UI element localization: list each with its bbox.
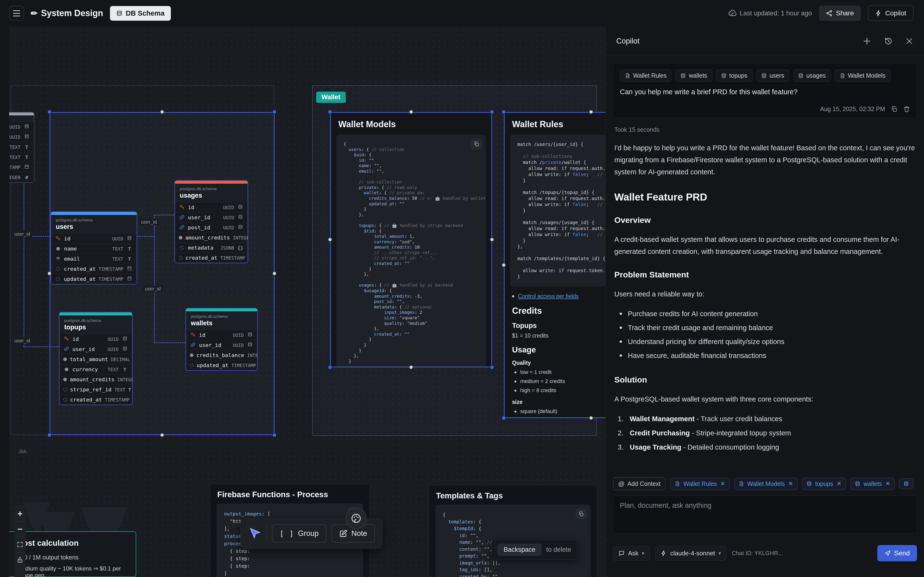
- wallet-rules-panel[interactable]: Wallet Rulesmatch /users/{user_id} { // …: [504, 112, 606, 418]
- schema-table-topups[interactable]: postgres.db.schematopups id UUID user_id…: [59, 312, 132, 405]
- copy-icon[interactable]: [891, 106, 898, 113]
- selection-handle[interactable]: [272, 110, 276, 114]
- style-palette-button[interactable]: [346, 508, 367, 529]
- context-chip-usages[interactable]: usages: [793, 69, 831, 82]
- schema-table-users[interactable]: postgres.db.schemausers id UUID name TEX…: [50, 211, 137, 284]
- copilot-button[interactable]: Copilot: [868, 5, 913, 21]
- selection-handle[interactable]: [160, 433, 164, 437]
- code-block[interactable]: match /users/{user_id} { // sub-collecti…: [510, 135, 606, 286]
- control-access-link[interactable]: Control access per fields: [518, 293, 579, 300]
- remove-chip-icon[interactable]: ✕: [885, 480, 890, 487]
- selection-handle[interactable]: [490, 237, 494, 242]
- selection-handle[interactable]: [409, 365, 413, 369]
- selection-handle[interactable]: [490, 365, 494, 369]
- selection-handle[interactable]: [328, 365, 332, 369]
- table-column-currency[interactable]: currency TEXT T: [60, 364, 132, 374]
- table-column-TEXT[interactable]: TEXT T: [9, 142, 34, 152]
- table-column-UUID[interactable]: UUID: [9, 122, 34, 132]
- selection-handle[interactable]: [589, 416, 593, 420]
- zoom-out-button[interactable]: −: [15, 523, 26, 536]
- selection-handle[interactable]: [47, 433, 52, 437]
- selection-handle[interactable]: [47, 271, 52, 276]
- remove-chip-icon[interactable]: ✕: [788, 480, 793, 487]
- remove-chip-icon[interactable]: ✕: [720, 480, 725, 487]
- table-column-amount_credits[interactable]: amount_credits INTEGER #: [175, 232, 247, 243]
- wallet-models-panel[interactable]: Wallet Models{ users: { // collection $u…: [330, 112, 492, 367]
- table-column-total_amount[interactable]: total_amount DECIMAL: [60, 354, 132, 364]
- chat-scroll-area[interactable]: Wallet RuleswalletstopupsusersusagesWall…: [606, 56, 924, 472]
- code-block[interactable]: { users: { // collection $uid: { id: "" …: [336, 135, 486, 367]
- history-icon[interactable]: [884, 37, 893, 45]
- table-column-id[interactable]: id UUID: [186, 330, 257, 340]
- table-column-user_id[interactable]: user_id UUID: [60, 344, 132, 354]
- schema-table-usages[interactable]: postgres.db.schemausages id UUID user_id…: [174, 180, 248, 263]
- context-chip-wallets[interactable]: wallets✕: [850, 478, 895, 490]
- table-column-id[interactable]: id UUID: [51, 234, 137, 243]
- table-column-TEXT[interactable]: TEXT T: [9, 152, 34, 162]
- selection-handle[interactable]: [490, 110, 494, 114]
- schema-table-partial[interactable]: UUID UUID TEXT T TEXT T TIMESTAMP INTEGE…: [9, 112, 34, 183]
- table-column-name[interactable]: name TEXT T: [51, 243, 137, 254]
- selection-handle[interactable]: [502, 416, 506, 420]
- context-chip-Wallet Models[interactable]: Wallet Models: [835, 69, 890, 82]
- table-column-id[interactable]: id UUID: [175, 202, 247, 212]
- share-button[interactable]: Share: [819, 5, 861, 21]
- zoom-in-button[interactable]: +: [15, 507, 26, 520]
- table-column-metadata[interactable]: metadata JSONB {}: [175, 243, 247, 253]
- table-column-created_at[interactable]: created_at TIMESTAMP: [175, 253, 247, 263]
- selection-handle[interactable]: [589, 110, 593, 114]
- table-column-updated_at[interactable]: updated_at TIMESTAMP: [51, 274, 137, 284]
- remove-chip-icon[interactable]: ✕: [837, 480, 842, 487]
- diagram-canvas[interactable]: Walletuser_iduser_iduser_iduser_id UUID …: [9, 26, 606, 577]
- table-column-created_at[interactable]: created_at TIMESTAMP: [51, 264, 137, 274]
- context-chip-wallets[interactable]: wallets: [675, 69, 712, 82]
- new-chat-icon[interactable]: [863, 37, 872, 46]
- wallet-frame-label[interactable]: Wallet: [316, 92, 346, 103]
- table-column-id[interactable]: id UUID: [60, 334, 132, 344]
- fit-view-button[interactable]: [15, 538, 26, 551]
- model-select[interactable]: claude-4-sonnet ▾: [655, 546, 727, 561]
- table-column-TIMESTAMP[interactable]: TIMESTAMP: [9, 162, 34, 172]
- tab-db-schema[interactable]: DB Schema: [110, 6, 171, 21]
- context-chip-topups[interactable]: topups✕: [802, 478, 846, 490]
- table-column-stripe_ref_id[interactable]: stripe_ref_id TEXT T: [60, 384, 132, 395]
- table-column-user_id[interactable]: user_id UUID: [186, 340, 257, 350]
- lock-button[interactable]: [15, 553, 26, 566]
- selection-handle[interactable]: [409, 110, 413, 114]
- table-column-email[interactable]: email TEXT T: [51, 254, 137, 264]
- message-input[interactable]: Plan, document, ask anything: [613, 495, 917, 533]
- context-chip-users[interactable]: users: [756, 69, 789, 82]
- table-column-user_id[interactable]: user_id UUID: [175, 212, 247, 222]
- copy-code-button[interactable]: [575, 508, 586, 519]
- group-button[interactable]: [ ]Group: [272, 524, 326, 543]
- select-cursor-icon[interactable]: [248, 527, 261, 540]
- table-column-credits_balance[interactable]: credits_balance INTEGER #: [186, 350, 257, 360]
- add-context-button[interactable]: @Add Context: [613, 477, 666, 490]
- table-column-UUID[interactable]: UUID: [9, 132, 34, 142]
- table-column-created_at[interactable]: created_at TIMESTAMP: [60, 395, 132, 405]
- mode-select-ask[interactable]: Ask ▾: [613, 546, 650, 561]
- menu-button[interactable]: [9, 6, 24, 21]
- selection-handle[interactable]: [502, 110, 506, 114]
- table-column-amount_credits[interactable]: amount_credits INTEGER #: [60, 374, 132, 384]
- selection-handle[interactable]: [47, 110, 52, 114]
- selection-handle[interactable]: [502, 263, 506, 267]
- selection-handle[interactable]: [272, 271, 276, 276]
- trash-icon[interactable]: [903, 106, 910, 113]
- context-chip-Wallet Models[interactable]: Wallet Models✕: [734, 478, 798, 490]
- selection-handle[interactable]: [328, 110, 332, 114]
- send-button[interactable]: Send: [877, 545, 917, 561]
- cost-calculation-note[interactable]: Cost calculation $10 / 1M output tokens …: [9, 531, 136, 577]
- schema-table-wallets[interactable]: postgres.db.schemawallets id UUID user_i…: [186, 308, 258, 371]
- table-column-updated_at[interactable]: updated_at TIMESTAMP: [186, 360, 257, 370]
- selection-handle[interactable]: [272, 433, 276, 437]
- table-column-post_id[interactable]: post_id UUID: [175, 222, 247, 232]
- copy-code-button[interactable]: [471, 139, 482, 150]
- context-chip-Wallet Rules[interactable]: Wallet Rules✕: [670, 478, 730, 490]
- context-chip-topups[interactable]: topups: [716, 69, 753, 82]
- context-chip-partial[interactable]: [899, 479, 913, 489]
- context-chip-Wallet Rules[interactable]: Wallet Rules: [620, 69, 672, 82]
- selection-handle[interactable]: [160, 110, 164, 114]
- selection-handle[interactable]: [328, 237, 332, 242]
- table-column-INTEGER[interactable]: INTEGER #: [9, 172, 34, 182]
